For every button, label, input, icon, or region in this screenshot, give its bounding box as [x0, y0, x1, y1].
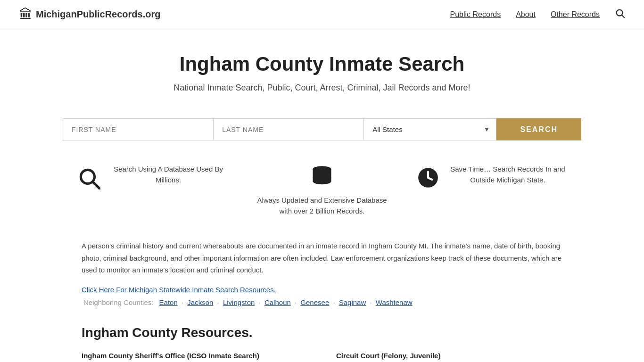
- nav-other-records[interactable]: Other Records: [551, 10, 600, 19]
- statewide-link[interactable]: Click Here For Michigan Statewide Inmate…: [82, 286, 562, 294]
- county-link-washtenaw[interactable]: Washtenaw: [376, 298, 413, 306]
- search-form: All StatesAlabamaAlaskaArizonaArkansasCa…: [63, 118, 581, 140]
- first-name-input[interactable]: [63, 118, 213, 140]
- resource-sheriff-name: Ingham County Sheriff's Office (ICSO Inm…: [82, 352, 308, 360]
- resources-grid: Ingham County Sheriff's Office (ICSO Inm…: [82, 352, 562, 362]
- svg-point-2: [81, 170, 94, 183]
- logo-icon: 🏛: [19, 7, 32, 22]
- feature-clock: Save Time… Search Records In and Outside…: [416, 164, 567, 191]
- feature-database-text: Always Updated and Extensive Database wi…: [256, 195, 388, 216]
- county-link-eaton[interactable]: Eaton: [159, 298, 178, 306]
- nav-public-records[interactable]: Public Records: [450, 10, 501, 19]
- main-nav: Public Records About Other Records: [450, 8, 625, 21]
- resource-circuit: Circuit Court (Felony, Juvenile) 517-483…: [336, 352, 562, 362]
- svg-line-3: [93, 182, 99, 189]
- neighboring-label: Neighboring Counties:: [83, 298, 153, 306]
- main-content: A person's criminal history and current …: [63, 230, 581, 362]
- page-title: Ingham County Inmate Search: [9, 53, 635, 75]
- description-text: A person's criminal history and current …: [82, 240, 562, 276]
- logo-text: MichiganPublicRecords.org: [36, 9, 160, 20]
- site-logo[interactable]: 🏛 MichiganPublicRecords.org: [19, 7, 160, 22]
- feature-search: Search Using A Database Used By Millions…: [77, 164, 228, 191]
- hero-section: Ingham County Inmate Search National Inm…: [0, 29, 644, 107]
- nav-search-button[interactable]: [615, 8, 625, 21]
- resource-circuit-name: Circuit Court (Felony, Juvenile): [336, 352, 562, 360]
- clock-icon: [416, 166, 440, 191]
- neighboring-eaton: Eaton · Jackson · Livingston · Calhoun ·…: [159, 298, 413, 306]
- county-link-genesee[interactable]: Genesee: [300, 298, 329, 306]
- neighboring-counties: Neighboring Counties: Eaton · Jackson · …: [82, 298, 562, 306]
- svg-line-1: [622, 15, 624, 17]
- feature-database: Always Updated and Extensive Database wi…: [256, 164, 388, 216]
- feature-clock-text: Save Time… Search Records In and Outside…: [448, 164, 567, 185]
- county-link-livingston[interactable]: Livingston: [223, 298, 255, 306]
- last-name-input[interactable]: [213, 118, 363, 140]
- resources-title: Ingham County Resources.: [82, 325, 562, 340]
- search-button[interactable]: SEARCH: [496, 118, 581, 140]
- county-link-saginaw[interactable]: Saginaw: [339, 298, 366, 306]
- state-select-wrap: All StatesAlabamaAlaskaArizonaArkansasCa…: [363, 118, 496, 140]
- database-icon: [310, 164, 334, 190]
- county-link-calhoun[interactable]: Calhoun: [264, 298, 291, 306]
- search-icon: [77, 166, 100, 191]
- nav-about[interactable]: About: [516, 10, 536, 19]
- feature-search-text: Search Using A Database Used By Millions…: [109, 164, 228, 185]
- county-link-jackson[interactable]: Jackson: [187, 298, 213, 306]
- features-section: Search Using A Database Used By Millions…: [63, 164, 581, 216]
- resource-sheriff: Ingham County Sheriff's Office (ICSO Inm…: [82, 352, 308, 362]
- hero-subtitle: National Inmate Search, Public, Court, A…: [9, 83, 635, 93]
- state-select[interactable]: All StatesAlabamaAlaskaArizonaArkansasCa…: [363, 118, 496, 140]
